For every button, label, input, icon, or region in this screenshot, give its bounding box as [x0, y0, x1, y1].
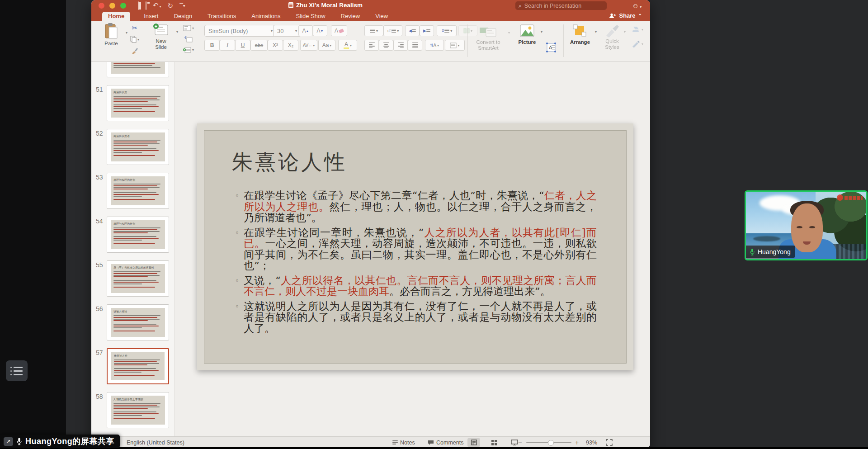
superscript-button[interactable]: X² [268, 40, 283, 51]
slide-thumbnail-53[interactable]: 虚理与实理的差别 [107, 173, 169, 209]
shape-outline-button[interactable]: ▾ [628, 39, 646, 49]
font-color-button[interactable]: A▾ [338, 40, 357, 51]
bullet-paragraph[interactable]: ◦这就说明人之所以为人是因为其有仁，没有了仁，一个人就不再是人了，或者是有缺陷的… [235, 301, 597, 334]
notes-button[interactable]: Notes [392, 437, 415, 448]
slide-thumbnail-51[interactable]: 两层所以然 [107, 85, 169, 121]
bold-button[interactable]: B [204, 40, 220, 51]
picture-button[interactable]: Picture [515, 24, 539, 45]
tab-slide-show[interactable]: Slide Show [294, 12, 327, 21]
search-input[interactable] [524, 2, 589, 9]
character-spacing-button[interactable]: AV↔▾ [300, 40, 317, 51]
thumbnail-text-line [113, 67, 160, 68]
zoom-percentage: 93% [586, 437, 597, 448]
arrange-button[interactable]: Arrange [567, 24, 593, 45]
ribbon-divider [563, 24, 564, 57]
align-text-icon [450, 43, 457, 48]
fit-slide-button[interactable] [606, 437, 613, 448]
tab-design[interactable]: Design [172, 12, 194, 21]
current-slide[interactable]: 朱熹论人性 ◦在跟学生讨论《孟子》尽心下第二章“仁者，人也”时，朱熹说，“仁者，… [197, 123, 633, 370]
justify-icon [412, 43, 418, 48]
slide-sorter-view-button[interactable] [488, 438, 500, 447]
tab-review[interactable]: Review [339, 12, 362, 21]
decrease-indent-button[interactable]: ◀ [405, 25, 420, 36]
numbering-button[interactable]: 1⃒▾ [383, 25, 402, 36]
search-box[interactable]: ⌕ [515, 1, 607, 10]
reset-slide-button[interactable] [181, 34, 196, 43]
format-painter-button[interactable] [129, 46, 140, 55]
slide-thumbnail-54[interactable]: 虚理与实理的差别 [107, 217, 169, 253]
clear-formatting-button[interactable]: A [331, 25, 347, 36]
convert-to-smartart-button[interactable]: Convert to SmartArt [470, 24, 506, 51]
slide-thumbnail-58[interactable]: 人性概念的形而上学性质 [107, 392, 169, 428]
subscript-button[interactable]: X₂ [283, 40, 298, 51]
body-text: 一心之间，浑然天理，动容周旋，造次颠沛，不可违也。一违，则私欲间乎其间，为不仁矣… [244, 237, 597, 271]
paste-button[interactable]: Paste [99, 23, 124, 47]
align-left-icon [369, 43, 375, 48]
align-left-button[interactable] [364, 40, 379, 51]
tab-animations[interactable]: Animations [250, 12, 282, 21]
bullet-paragraph[interactable]: ◦在跟学生讨论同一章时，朱熹也说，“人之所以为人者，以其有此[即仁]而已。一心之… [235, 227, 597, 271]
thumbnail-text-line [113, 411, 156, 412]
new-slide-button[interactable]: New Slide [148, 23, 174, 50]
increase-indent-button[interactable]: ▶ [420, 25, 434, 36]
share-button[interactable]: Share ⌃ [609, 12, 642, 19]
underline-button[interactable]: U [235, 40, 250, 51]
bullet-marker: ◦ [235, 301, 239, 312]
quick-styles-button[interactable]: Quick Styles [599, 24, 625, 50]
align-right-button[interactable] [393, 40, 408, 51]
change-case-button[interactable]: Aa▾ [318, 40, 335, 51]
slide-thumbnail-55[interactable]: 所（不）当然者之所以然的客观性 [107, 260, 169, 297]
add-section-button[interactable]: ▾ [181, 45, 196, 54]
thumbnail-preview: 朱熹论人性 [111, 352, 165, 380]
bullet-paragraph[interactable]: ◦在跟学生讨论《孟子》尽心下第二章“仁者，人也”时，朱熹说，“仁者，人之所以为人… [235, 190, 597, 223]
zoom-slider[interactable] [526, 442, 571, 443]
cut-button[interactable]: ✂ [129, 24, 140, 33]
slide-layout-button[interactable]: ▾ [181, 24, 196, 33]
align-text-button[interactable]: ▾ [445, 40, 465, 51]
meeting-list-button[interactable] [6, 360, 28, 381]
strikethrough-button[interactable]: abe [250, 40, 268, 51]
italic-button[interactable]: I [220, 40, 235, 51]
participant-face [791, 203, 823, 252]
bullet-paragraph[interactable]: ◦又说，“人之所以得名，以其仁也。言仁而不言人，则不见理之所寓；言人而不言仁，则… [235, 275, 597, 297]
thumbnail-text-line [113, 63, 155, 64]
tab-insert[interactable]: Insert [142, 12, 160, 21]
align-center-button[interactable] [379, 40, 393, 51]
zoom-in-button[interactable]: + [575, 437, 579, 448]
line-spacing-button[interactable]: ⇕▾ [437, 25, 457, 36]
tab-transitions[interactable]: Transitions [206, 12, 238, 21]
video-watermark [837, 194, 863, 201]
zoom-slider-knob[interactable] [548, 440, 554, 446]
font-size-select[interactable]: 30▾ [273, 25, 301, 37]
picture-caret-icon[interactable]: ▾ [541, 30, 542, 34]
language-button[interactable]: English (United States) [127, 437, 184, 448]
ribbon-divider [512, 24, 512, 57]
justify-button[interactable] [408, 40, 422, 51]
thumbnail-preview: 虚理与实理的差别 [111, 220, 165, 249]
arrange-caret-icon[interactable]: ▾ [595, 30, 597, 34]
feedback-smiley-icon[interactable]: ☺▾ [632, 2, 642, 9]
grow-font-button[interactable]: A▲ [298, 25, 313, 36]
text-direction-button[interactable]: ⇅A▾ [425, 40, 444, 51]
comments-icon [428, 440, 434, 445]
tab-view[interactable]: View [373, 12, 390, 21]
slide-thumbnail-52[interactable]: 两层所以然者 [107, 129, 169, 165]
slide-body-text[interactable]: ◦在跟学生讨论《孟子》尽心下第二章“仁者，人也”时，朱熹说，“仁者，人之所以为人… [235, 190, 597, 337]
new-slide-caret-icon[interactable]: ▾ [176, 30, 178, 34]
comments-button[interactable]: Comments [428, 437, 463, 448]
slide-thumbnail-56[interactable]: 诉诸人性论 [107, 304, 169, 340]
shrink-font-button[interactable]: A▼ [313, 25, 327, 36]
participant-video[interactable]: HuangYong [745, 190, 868, 260]
normal-view-button[interactable] [467, 438, 480, 447]
paste-caret-icon[interactable]: ▾ [126, 31, 127, 35]
bullets-button[interactable]: ▾ [364, 25, 383, 36]
slide-title[interactable]: 朱熹论人性 [232, 148, 347, 176]
text-box-button[interactable]: A [544, 42, 558, 53]
slide-thumbnail[interactable] [107, 62, 169, 77]
font-name-select[interactable]: SimSun (Body)▾ [204, 25, 277, 37]
tab-home[interactable]: Home [102, 12, 130, 21]
copy-button[interactable]: ▾ [129, 35, 140, 44]
slide-thumbnail-57[interactable]: 朱熹论人性 [107, 348, 169, 384]
shape-fill-button[interactable]: ▾ [628, 24, 646, 34]
zoom-out-button[interactable]: − [518, 437, 522, 448]
